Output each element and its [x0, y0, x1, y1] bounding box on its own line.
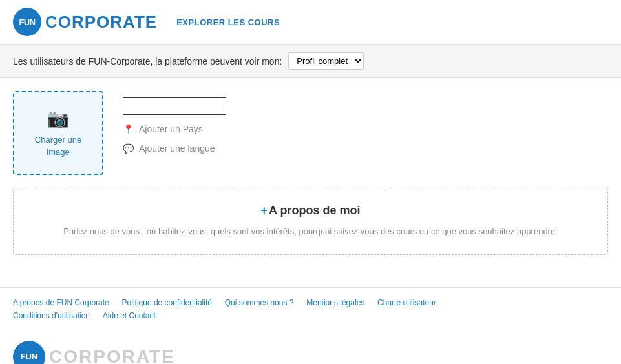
brand-text: CORPORATE [45, 12, 157, 32]
bottom-logo-fun: FUN [21, 352, 38, 361]
footer-link-legal[interactable]: Mentions légales [306, 298, 364, 308]
footer-link-charter[interactable]: Charte utilisateur [377, 298, 436, 308]
logo-fun-text: FUN [19, 17, 35, 27]
upload-image-box[interactable]: 📷 Charger une image [13, 91, 103, 175]
footer-link-terms[interactable]: Conditions d'utilisation [13, 311, 90, 321]
name-input[interactable] [123, 97, 226, 115]
country-label: Ajouter un Pays [139, 124, 203, 134]
country-row: 📍 Ajouter un Pays [123, 124, 226, 134]
footer-link-whoarewe[interactable]: Qui sommes nous ? [225, 298, 294, 308]
privacy-bar: Les utilisateurs de FUN-Corporate, la pl… [0, 45, 621, 78]
bottom-logo: FUN CORPORATE [0, 334, 621, 364]
privacy-select[interactable]: Profil complet Profil limité Profil priv… [288, 52, 364, 70]
about-subtitle: Parlez nous de vous : où habitez-vous, q… [33, 225, 588, 239]
header: FUN CORPORATE EXPLORER LES COURS [0, 0, 621, 45]
about-section[interactable]: +A propos de moi Parlez nous de vous : o… [13, 188, 608, 255]
footer-link-privacy[interactable]: Politique de confidentialité [122, 298, 212, 308]
privacy-bar-text: Les utilisateurs de FUN-Corporate, la pl… [13, 56, 282, 66]
logo-circle: FUN [13, 8, 41, 36]
location-icon: 📍 [123, 124, 134, 134]
bottom-logo-text: CORPORATE [49, 347, 175, 364]
profile-section: 📷 Charger une image 📍 Ajouter un Pays 💬 … [13, 91, 608, 175]
upload-label: Charger une image [35, 134, 81, 157]
logo-container: FUN CORPORATE [13, 8, 157, 36]
language-label: Ajouter une langue [139, 143, 215, 154]
bottom-logo-circle: FUN [13, 341, 45, 364]
explore-courses-link[interactable]: EXPLORER LES COURS [176, 17, 280, 27]
language-row: 💬 Ajouter une langue [123, 143, 226, 154]
speech-icon: 💬 [123, 143, 134, 154]
main-content: 📷 Charger une image 📍 Ajouter un Pays 💬 … [0, 78, 621, 268]
plus-icon: + [261, 204, 268, 217]
footer-row-2: Conditions d'utilisation Aide et Contact [13, 311, 608, 321]
profile-fields: 📍 Ajouter un Pays 💬 Ajouter une langue [123, 91, 226, 154]
footer-link-about[interactable]: A propos de FUN Corporate [13, 298, 109, 308]
about-title: +A propos de moi [33, 204, 588, 217]
footer-link-help[interactable]: Aide et Contact [103, 311, 156, 321]
footer: A propos de FUN Corporate Politique de c… [0, 287, 621, 334]
footer-row-1: A propos de FUN Corporate Politique de c… [13, 298, 608, 308]
camera-icon: 📷 [47, 108, 70, 129]
